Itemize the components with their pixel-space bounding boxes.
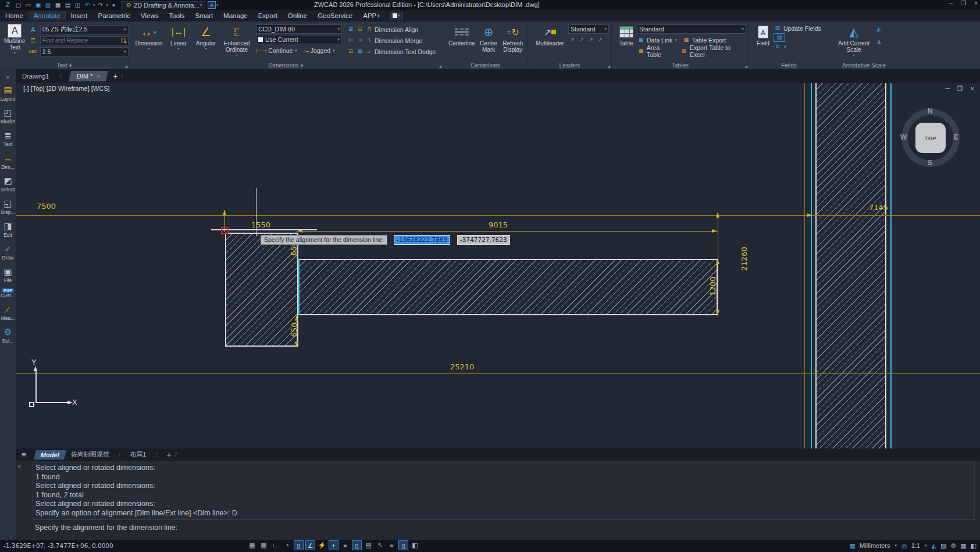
scale-caret-icon[interactable]: ▾ [925,543,927,548]
annotation-monitor-toggle[interactable]: ≡ [387,540,397,550]
dim-text-650[interactable]: 650 [290,323,298,337]
dim-dodge-icon-2[interactable]: ⊠ [356,48,364,55]
panel-dimensions-label[interactable]: Dimensions ▾ [129,62,443,69]
linear-button[interactable]: |↔| Linear ▾ [166,24,191,51]
workspace-switch-button[interactable]: ▨ [940,542,946,550]
transparency-toggle[interactable]: ▯ [352,540,362,550]
sidebar-item-measure[interactable]: ∕Mea... [0,304,16,321]
copy-icon[interactable]: ▩ [54,1,62,9]
sidebar-item-display[interactable]: ◱Disp... [0,198,16,215]
tab-export[interactable]: Export [253,11,283,20]
dim-text-7145[interactable]: 7145 [869,203,888,212]
selection-cycling-toggle[interactable]: ↖ [375,540,385,550]
sidebar-item-blocks[interactable]: ◰Blocks [0,107,16,124]
viewport-controls[interactable]: [-] [Top] [2D Wireframe] [WCS] [23,85,110,92]
centerline-button[interactable]: Centerline [447,24,476,47]
sidebar-item-draw[interactable]: ✓Draw [0,243,16,261]
lock-caret-icon[interactable]: ▾ [216,3,219,8]
text-height-dropdown[interactable]: 2.5▾ [40,47,129,56]
menu-color-dropdown[interactable]: ▾ [390,12,403,20]
compass-south[interactable]: S [928,159,932,167]
save-icon[interactable]: ▣ [34,1,42,9]
dim-text-21260[interactable]: 21260 [740,247,749,270]
tab-model[interactable]: Model [34,450,66,460]
tab-online[interactable]: Online [283,11,312,20]
dim-dodge-icon-3[interactable]: ⊥ [365,48,373,55]
sidebar-item-dim[interactable]: ↔Dim... [0,152,16,170]
leader-collect-icon[interactable]: ↗ [596,36,604,44]
snap-toggle[interactable]: ▦ [259,540,269,550]
lock-ui-icon[interactable]: A [208,1,216,9]
dim-style-dropdown[interactable]: CCD_DIM-80▾ [256,24,342,34]
command-prompt[interactable]: Specify the alignment for the dimension … [35,523,177,532]
tab-geoservice[interactable]: GeoService [312,11,358,20]
angular-button[interactable]: ∠ Angular ▾ [193,24,219,51]
multileader-button[interactable]: ↗ Multileader [532,24,568,47]
new-tab-button[interactable]: + [113,72,117,81]
sidebar-item-text[interactable]: ≣Text [0,130,16,147]
table-button[interactable]: Table [616,24,636,47]
panel-dimensions-expander-icon[interactable]: ◢ [439,64,441,68]
export-table-excel-button[interactable]: ▦Export Table to Excel [680,44,746,58]
side-toolbar-close-icon[interactable]: × [0,74,16,81]
sidebar-item-settings[interactable]: ⚙Set... [0,326,16,344]
dim-merge-icon-3[interactable]: ⊤ [365,37,373,44]
tab-home[interactable]: Home [0,11,28,20]
center-mark-button[interactable]: ⊕ Center Mark [477,24,500,53]
compass-west[interactable]: W [900,133,907,141]
redo-icon[interactable]: ↷ [97,1,105,9]
dim-merge-button[interactable]: Dimension Merge [375,37,422,44]
tab-annotate[interactable]: Annotate [28,11,66,20]
tab-layout1[interactable]: 布局1 [124,449,152,460]
panel-leaders-expander-icon[interactable]: ◢ [607,64,610,68]
table-export-button[interactable]: ▦Table Export [682,36,726,44]
tab-app-plus[interactable]: APP+ [358,11,386,20]
ortho-toggle[interactable]: ∟ [270,540,280,550]
redo-caret-icon[interactable]: ▾ [106,3,109,8]
field-button[interactable]: A Field [753,24,773,47]
tab-views[interactable]: Views [136,11,163,20]
selected-grip-point[interactable] [221,227,229,234]
layout-menu-icon[interactable]: ≡ [16,450,31,459]
viewport-restore-icon[interactable]: ❐ [957,85,963,92]
isolate-button[interactable]: ▦ [960,542,966,550]
dim-align-button[interactable]: Dimension Align [375,26,418,33]
hatched-wall-right[interactable] [815,83,886,448]
tab-dim-active[interactable]: DIM *× [69,71,109,81]
find-replace-input[interactable] [41,37,120,44]
panel-leaders-label[interactable]: Leaders [528,62,611,69]
otrack-toggle[interactable]: ∠ [305,540,315,550]
dimension-button[interactable]: ↔∗ Dimension ▾ [133,24,165,51]
view-compass[interactable]: N E S W TOP [901,109,960,167]
dim-text-7500[interactable]: 7500 [37,202,56,211]
maximize-button[interactable]: ❐ [961,0,966,6]
panel-tables-expander-icon[interactable]: ◢ [744,64,747,68]
field-display-toggle[interactable]: ▤ [774,33,785,42]
dim-continue-button[interactable]: ⊢⊣Continue▾ [256,47,298,54]
tab-layout-cn[interactable]: 佐尚制图规范 [65,449,115,460]
area-table-button[interactable]: ▦Area Table [637,44,675,58]
update-fields-button[interactable]: ▤Update Fields [774,24,821,32]
dim-jogged-button[interactable]: ↝Jogged▾ [304,47,336,54]
tab-tools[interactable]: Tools [164,11,190,20]
sidebar-item-edit[interactable]: ◨Edit [0,220,16,238]
dim-merge-icon-2[interactable]: ⊣ [356,37,364,44]
viewport-minimize-icon[interactable]: ─ [945,85,950,92]
table-style-dropdown[interactable]: Standard▾ [637,24,746,34]
tab-manage[interactable]: Manage [218,11,253,20]
compass-north[interactable]: N [928,107,933,115]
tab-parametric[interactable]: Parametric [93,11,136,20]
hatched-beam[interactable] [298,259,718,315]
dim-align-icon-3[interactable]: ⊓ [365,26,373,33]
dim-merge-icon-1[interactable]: ⊢ [347,37,355,44]
add-current-scale-button[interactable]: ◭ Add Current Scale ▾ [833,24,874,57]
compass-east[interactable]: E [954,133,958,141]
sidebar-item-file[interactable]: ▣File [0,266,16,283]
units-caret-icon[interactable]: ▾ [895,543,897,548]
annotation-scale-selector[interactable]: 1:1 [911,542,920,549]
text-style-dropdown[interactable]: 05.ZS-内标注2.5▾ [40,25,129,34]
dim-text-9015[interactable]: 9015 [489,220,508,229]
dim-dodge-icon-1[interactable]: ⊡ [347,48,355,55]
tab-drawing1[interactable]: Drawing1 [15,71,56,81]
dim-align-icon-1[interactable]: ⊞ [347,26,355,33]
